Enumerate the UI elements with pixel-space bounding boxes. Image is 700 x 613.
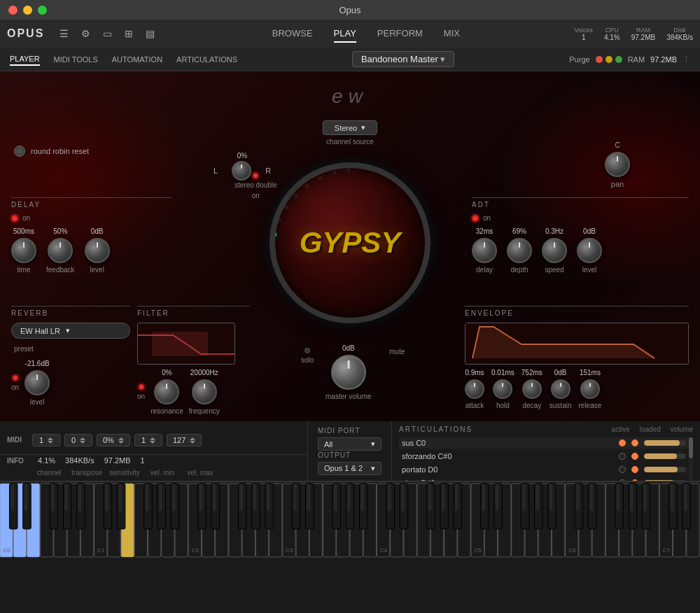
pan-label: pan (611, 180, 624, 188)
artic-loaded-0[interactable] (631, 439, 638, 446)
adt-on-toggle[interactable] (472, 215, 479, 222)
tab-mix[interactable]: MIX (444, 25, 460, 43)
minimize-button[interactable] (23, 6, 32, 15)
output-dropdown[interactable]: Opus 1 & 2 ▾ (318, 462, 382, 475)
reverb-on-toggle[interactable] (13, 375, 18, 381)
filter-freq-knob-group: 20000Hz frequency (189, 369, 220, 415)
transpose-up-arrow[interactable] (80, 437, 85, 440)
svg-rect-126 (253, 484, 257, 511)
tab-perform[interactable]: PERFORM (377, 25, 423, 43)
close-button[interactable] (8, 6, 18, 15)
delay-time-knob[interactable] (11, 238, 36, 263)
midi-sensitivity-input[interactable]: 0% (97, 434, 130, 446)
sensitivity-down-arrow[interactable] (118, 441, 124, 444)
info-label: INFO (7, 457, 28, 465)
pan-knob[interactable] (605, 152, 630, 177)
view-panel-icon[interactable]: ▤ (143, 28, 158, 39)
envelope-hold-knob[interactable] (493, 379, 512, 399)
tab-browse[interactable]: BROWSE (272, 25, 313, 43)
adt-speed-knob[interactable] (542, 238, 567, 263)
piano-keyboard[interactable]: C0C1C2C3C4C5C6C7 (0, 481, 700, 558)
reverb-level-knob[interactable] (24, 370, 50, 395)
svg-point-27 (272, 232, 276, 237)
solo-label: solo (301, 356, 314, 364)
svg-point-21 (302, 311, 307, 316)
lr-percent: 0% (237, 152, 247, 160)
round-robin-toggle[interactable] (14, 146, 25, 157)
envelope-sustain-knob[interactable] (551, 379, 570, 399)
articulations-header: ARTICULATIONS active loaded volume (399, 425, 693, 433)
sub-tab-automation[interactable]: AUTOMATION (112, 54, 162, 65)
midi-label: MIDI (7, 436, 28, 444)
adt-depth-label: depth (510, 266, 528, 274)
adt-delay-knob[interactable] (472, 238, 497, 263)
transpose-down-arrow[interactable] (80, 441, 85, 444)
menu-icon[interactable]: ☰ (57, 28, 71, 39)
patch-name-display[interactable]: Bandoneon Master ▾ (352, 51, 454, 67)
midi-vel-max-input[interactable]: 127 (167, 434, 202, 446)
filter-freq-label: frequency (189, 407, 220, 415)
artic-loaded-2[interactable] (631, 466, 638, 473)
more-options-icon[interactable]: ⋮ (682, 55, 690, 64)
velmax-down-arrow[interactable] (190, 441, 195, 444)
midi-channel-input[interactable]: 1 (32, 434, 60, 446)
artic-col-volume: volume (671, 425, 693, 433)
settings-icon[interactable]: ⚙ (78, 28, 93, 39)
artic-volume-slider-1[interactable] (644, 453, 686, 459)
stereo-dropdown[interactable]: Stereo ▾ (323, 120, 377, 135)
filter-on-toggle[interactable] (139, 384, 144, 390)
sub-tab-articulations[interactable]: ARTICULATIONS (176, 54, 237, 65)
master-volume-knob[interactable] (331, 355, 366, 390)
patch-dropdown-arrow[interactable]: ▾ (440, 54, 445, 64)
artic-active-0[interactable] (619, 439, 626, 446)
midi-transpose-input[interactable]: 0 (64, 434, 92, 446)
velmin-down-arrow[interactable] (150, 441, 155, 444)
list-item: sforzando C#0 (399, 451, 689, 462)
reverb-preset-dropdown[interactable]: EW Hall LR ▾ (11, 323, 130, 339)
svg-text:C2: C2 (192, 547, 200, 554)
sub-tab-player[interactable]: PLAYER (10, 53, 40, 66)
window-controls[interactable] (8, 6, 47, 15)
envelope-decay-knob[interactable] (522, 379, 542, 399)
artic-loaded-1[interactable] (631, 453, 638, 460)
adt-depth-knob[interactable] (507, 238, 532, 263)
pan-control: C pan (605, 141, 630, 188)
articulations-scrollbar-thumb[interactable] (689, 437, 693, 458)
tab-play[interactable]: PLAY (334, 25, 356, 43)
stereo-double-control[interactable]: stereo double on (234, 173, 277, 199)
artic-active-1[interactable] (619, 453, 626, 460)
svg-point-25 (272, 262, 276, 266)
svg-text:C0: C0 (3, 547, 10, 554)
master-vol-value: 0dB (342, 344, 355, 352)
solo-toggle[interactable] (304, 348, 310, 353)
view-multi-icon[interactable]: ⊞ (122, 28, 136, 39)
svg-point-33 (332, 171, 337, 175)
round-robin-control[interactable]: round robin reset (14, 146, 89, 157)
velmax-up-arrow[interactable] (190, 437, 195, 440)
filter-frequency-knob[interactable] (192, 379, 217, 404)
view-single-icon[interactable]: ▭ (100, 28, 115, 39)
output-title: OUTPUT (318, 451, 382, 459)
stereo-double-led[interactable] (253, 173, 258, 178)
reverb-on-group: on (11, 375, 19, 391)
midi-port-dropdown[interactable]: All ▾ (318, 437, 382, 451)
artic-volume-slider-0[interactable] (644, 440, 686, 446)
filter-resonance-knob[interactable] (154, 379, 179, 404)
channel-down-arrow[interactable] (48, 441, 53, 444)
delay-level-knob[interactable] (85, 238, 110, 263)
maximize-button[interactable] (38, 6, 47, 15)
artic-active-2[interactable] (619, 466, 626, 473)
envelope-attack-knob[interactable] (465, 379, 484, 399)
midi-vel-min-input[interactable]: 1 (134, 434, 162, 446)
delay-feedback-knob[interactable] (48, 238, 73, 263)
artic-volume-slider-2[interactable] (644, 467, 686, 472)
channel-up-arrow[interactable] (48, 437, 53, 440)
adt-level-knob[interactable] (577, 238, 602, 263)
svg-rect-122 (213, 484, 216, 511)
purge-dot-green (615, 56, 622, 63)
sub-tab-midi-tools[interactable]: MIDI TOOLS (54, 54, 98, 65)
envelope-release-knob[interactable] (580, 379, 600, 399)
velmin-up-arrow[interactable] (150, 437, 155, 440)
sensitivity-up-arrow[interactable] (118, 437, 124, 440)
delay-on-toggle[interactable] (11, 215, 18, 222)
